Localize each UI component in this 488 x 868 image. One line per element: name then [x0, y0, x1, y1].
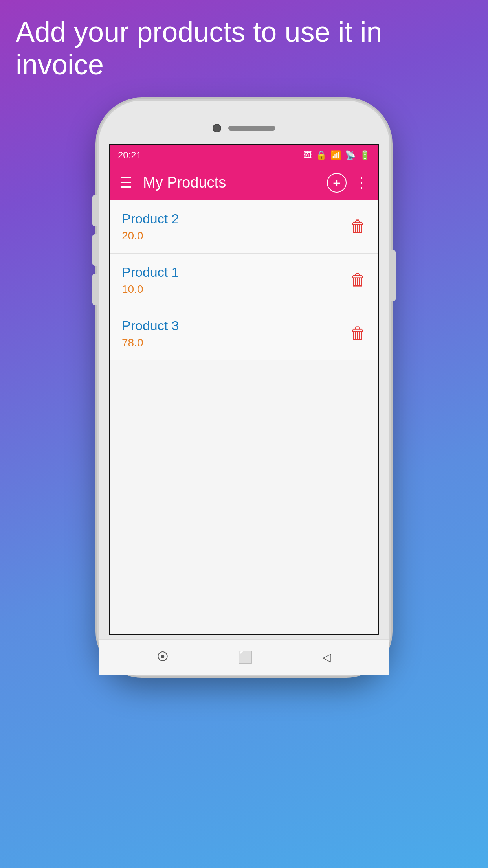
delete-product-2-button[interactable]: 🗑: [350, 270, 366, 289]
gallery-icon: 🖼: [303, 150, 312, 160]
product-item-2: Product 1 10.0 🗑: [110, 254, 378, 307]
product-name-3[interactable]: Product 3: [122, 318, 179, 333]
speaker: [228, 126, 275, 131]
add-icon: +: [333, 176, 341, 189]
camera-row: [213, 124, 275, 132]
app-title: My Products: [143, 174, 327, 191]
front-camera: [213, 124, 221, 132]
status-icons: 🖼 🔒 📶 📡 🔋: [303, 150, 370, 160]
product-name-2[interactable]: Product 1: [122, 265, 179, 280]
status-time: 20:21: [118, 150, 141, 161]
product-price-3: 78.0: [122, 337, 179, 349]
phone-mockup: 20:21 🖼 🔒 📶 📡 🔋 ☰ My Products + ⋮: [99, 101, 389, 675]
delete-product-1-button[interactable]: 🗑: [350, 217, 366, 236]
delete-product-3-button[interactable]: 🗑: [350, 324, 366, 343]
product-price-1: 20.0: [122, 230, 179, 242]
status-bar: 20:21 🖼 🔒 📶 📡 🔋: [110, 145, 378, 166]
product-item-3: Product 3 78.0 🗑: [110, 307, 378, 360]
more-options-icon[interactable]: ⋮: [354, 175, 369, 191]
page-headline: Add your products to use it in invoice: [0, 0, 488, 89]
app-bar-actions: + ⋮: [327, 173, 369, 193]
signal-icon: 📡: [345, 150, 356, 160]
phone-frame: 20:21 🖼 🔒 📶 📡 🔋 ☰ My Products + ⋮: [99, 101, 389, 675]
product-price-2: 10.0: [122, 283, 179, 296]
battery-icon: 🔋: [360, 150, 370, 160]
wifi-icon: 📶: [330, 150, 341, 160]
product-item-1: Product 2 20.0 🗑: [110, 200, 378, 254]
product-list: Product 2 20.0 🗑 Product 1 10.0 🗑 Produc…: [110, 200, 378, 634]
phone-screen: 20:21 🖼 🔒 📶 📡 🔋 ☰ My Products + ⋮: [109, 144, 379, 635]
product-info-3: Product 3 78.0: [122, 318, 179, 349]
product-info-1: Product 2 20.0: [122, 211, 179, 242]
phone-top-bar: [107, 112, 381, 144]
add-product-button[interactable]: +: [327, 173, 347, 193]
product-name-1[interactable]: Product 2: [122, 211, 179, 226]
app-bar: ☰ My Products + ⋮: [110, 166, 378, 200]
product-info-2: Product 1 10.0: [122, 265, 179, 296]
menu-icon[interactable]: ☰: [119, 176, 132, 190]
lock-icon: 🔒: [316, 150, 327, 160]
